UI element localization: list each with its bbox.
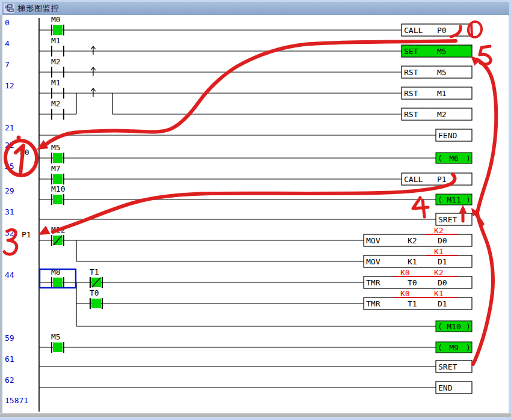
ladder-monitor-icon [4,4,14,13]
window-title: 梯形图监控 [17,3,60,14]
ladder-monitor-window: 梯形图监控 047122122252931324459616215871P0P1… [0,0,511,420]
window-bottom-strip [0,413,511,417]
ladder-canvas[interactable] [2,15,509,413]
title-bar: 梯形图监控 [2,2,509,16]
